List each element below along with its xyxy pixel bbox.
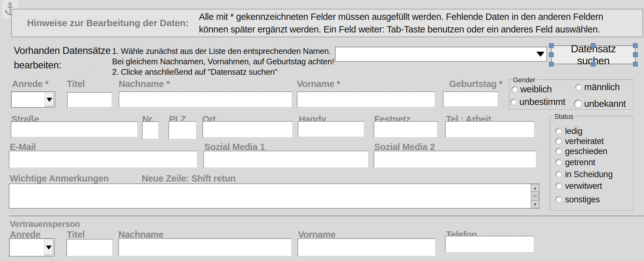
gender-radio-unbekannt[interactable]: [574, 100, 582, 108]
selection-handle-bottom-middle[interactable]: [591, 62, 596, 67]
selection-handle-middle-left[interactable]: [549, 52, 554, 57]
selection-handle-top-middle[interactable]: [591, 43, 596, 48]
sozial-media-2-input[interactable]: [374, 151, 537, 168]
selection-handle-bottom-right[interactable]: [633, 62, 638, 67]
selection-handle-middle-right[interactable]: [633, 52, 638, 57]
titel-label: Titel: [67, 79, 85, 89]
status-radio-in-scheidung[interactable]: [555, 171, 562, 177]
status-radio-verheiratet[interactable]: [555, 138, 562, 144]
status-groupbox: ledig verheiratet geschieden getrennt in…: [550, 116, 634, 211]
datensatz-suchen-button[interactable]: Datensatz suchen: [551, 46, 635, 64]
handy-input[interactable]: [298, 121, 364, 137]
trust-telefon-input[interactable]: [445, 236, 534, 253]
selection-handle-top-left[interactable]: [549, 43, 554, 48]
status-radio-sonstiges[interactable]: [555, 196, 562, 203]
status-option-label[interactable]: geschieden: [565, 147, 607, 156]
search-step-2: 2. Clicke anschließend auf "Datensatz su…: [112, 67, 334, 77]
header-instruction-line2: können später ergänzt werden. Ein Feld w…: [199, 23, 603, 36]
anrede-dropdown-button[interactable]: [45, 93, 54, 107]
nachname-label: Nachname *: [119, 79, 170, 89]
strasse-input[interactable]: [11, 121, 138, 138]
selection-handle-top-right[interactable]: [633, 43, 638, 48]
vertrauensperson-section-label: Vertrauensperson: [10, 219, 80, 229]
festnetz-input[interactable]: [374, 121, 438, 138]
status-option-label[interactable]: getrennt: [565, 158, 595, 167]
status-legend: Status: [553, 113, 575, 121]
header-instructions: Alle mit * gekennzeichneten Felder müsse…: [199, 9, 603, 37]
status-radio-ledig[interactable]: [555, 128, 562, 134]
dropdown-arrow-icon: [46, 246, 52, 250]
status-option-label[interactable]: verwitwert: [565, 181, 602, 191]
gender-option-label[interactable]: weiblich: [520, 84, 552, 95]
status-radio-verwitwert[interactable]: [555, 183, 562, 189]
record-search-input[interactable]: [337, 49, 530, 60]
vorname-label: Vorname *: [297, 79, 340, 89]
nachname-input[interactable]: [119, 91, 292, 108]
anmerkungen-textarea[interactable]: [9, 183, 539, 209]
record-search-dropdown-button[interactable]: [536, 47, 545, 61]
geburtstag-input[interactable]: [443, 91, 498, 107]
section-divider: [9, 216, 644, 216]
geburtstag-label: Geburtstag *: [449, 79, 502, 89]
existing-records-label: Vorhanden Datensätze bearbeiten:: [14, 44, 110, 72]
dropdown-arrow-icon: [536, 52, 545, 57]
trust-anrede-dropdown-button[interactable]: [44, 240, 54, 255]
scroll-down-button[interactable]: ▼: [531, 200, 539, 208]
dropdown-arrow-icon: [47, 98, 52, 102]
header-note-label: Hinweise zur Bearbeitung der Daten:: [27, 9, 189, 37]
header-note-box: Hinweise zur Bearbeitung der Daten: Alle…: [11, 9, 643, 37]
search-steps: 1. Wähle zunächst aus der Liste den ents…: [112, 46, 334, 77]
scroll-up-icon: ▲: [533, 186, 537, 190]
status-radio-getrennt[interactable]: [555, 159, 562, 165]
status-option-label[interactable]: verheiratet: [565, 136, 604, 146]
search-step-1-note: Bei gleichem Nachnamen, Vornahmen, auf G…: [112, 56, 334, 67]
selection-handle-bottom-left[interactable]: [549, 62, 554, 67]
status-option-label[interactable]: ledig: [565, 126, 582, 136]
trust-titel-label: Titel: [67, 229, 85, 240]
scrollbar-thumb[interactable]: [531, 192, 539, 200]
data-entry-form: Hinweise zur Bearbeitung der Daten: Alle…: [0, 0, 644, 261]
trust-nachname-input[interactable]: [118, 238, 292, 257]
anmerkungen-label: Wichtige Anmerkungen: [10, 173, 109, 184]
gender-radio-unbestimmt[interactable]: [510, 99, 517, 105]
trust-vorname-input[interactable]: [297, 238, 436, 257]
gender-radio-maennlich[interactable]: [575, 84, 582, 90]
scroll-down-icon: ▼: [533, 202, 537, 207]
search-step-1: 1. Wähle zunächst aus der Liste den ents…: [112, 46, 334, 56]
status-option-label[interactable]: sonstiges: [565, 195, 600, 205]
gender-radio-weiblich[interactable]: [511, 86, 518, 93]
email-input[interactable]: [9, 151, 198, 168]
nr-input[interactable]: [142, 121, 159, 140]
status-option-label[interactable]: in Scheidung: [565, 170, 613, 179]
record-search-combobox[interactable]: [335, 47, 547, 62]
plz-input[interactable]: [168, 121, 197, 140]
anmerkungen-hint: Neue Zeile: Shift retun: [142, 173, 236, 184]
sozial-media-1-input[interactable]: [203, 151, 369, 168]
scroll-up-button[interactable]: ▲: [531, 184, 539, 192]
trust-anrede-dropdown[interactable]: [9, 238, 55, 257]
vorname-input[interactable]: [297, 91, 435, 108]
gender-option-label[interactable]: männlich: [584, 82, 620, 92]
tel-arbeit-input[interactable]: [445, 121, 535, 138]
gender-option-label[interactable]: unbekannt: [584, 99, 626, 109]
titel-input[interactable]: [67, 92, 112, 108]
header-instruction-line1: Alle mit * gekennzeichneten Felder müsse…: [199, 10, 603, 23]
gender-legend: Gender: [511, 76, 537, 84]
anrede-label: Anrede *: [12, 79, 48, 89]
ort-input[interactable]: [202, 121, 293, 138]
status-radio-geschieden[interactable]: [555, 148, 562, 154]
search-button-selection: Datensatz suchen: [551, 46, 635, 64]
anmerkungen-scrollbar[interactable]: ▲ ▼: [531, 184, 539, 208]
trust-titel-input[interactable]: [66, 239, 113, 257]
anrede-dropdown[interactable]: [11, 91, 55, 108]
gender-option-label[interactable]: unbestimmt: [519, 97, 565, 107]
